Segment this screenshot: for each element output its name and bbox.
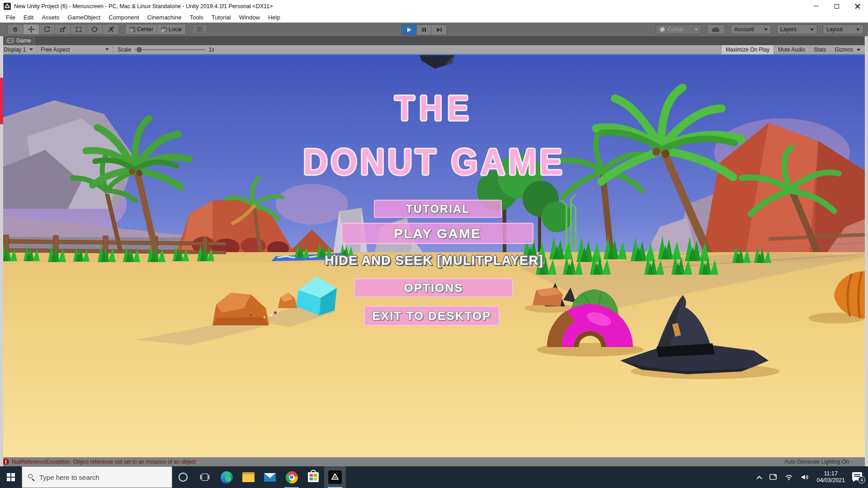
layout-dropdown[interactable]: Layout [823, 24, 863, 34]
taskbar-store-app[interactable] [302, 466, 324, 488]
layers-dropdown[interactable]: Layers [777, 24, 817, 34]
status-bar[interactable]: NullReferenceException: Object reference… [0, 457, 868, 466]
menu-component[interactable]: Component [104, 14, 143, 21]
display-caret-icon [29, 48, 33, 51]
hand-tool-button[interactable] [8, 24, 24, 34]
move-icon [28, 26, 35, 33]
tray-chevron-button[interactable] [755, 468, 764, 486]
task-view-icon [200, 474, 209, 481]
tab-game[interactable]: Game [4, 36, 36, 45]
collab-dropdown[interactable]: Collab [656, 24, 702, 34]
display-dropdown[interactable]: Display 1 [0, 45, 37, 54]
mute-audio-label: Mute Audio [778, 47, 805, 53]
pause-button[interactable] [417, 25, 432, 35]
cortana-icon [179, 473, 188, 482]
scale-slider-handle[interactable] [137, 47, 142, 52]
menu-help[interactable]: Help [264, 14, 284, 21]
step-icon [436, 27, 442, 33]
tutorial-button[interactable]: TUTORIAL [374, 200, 502, 218]
stats-button[interactable]: Stats [809, 45, 830, 54]
windows-taskbar: 11:17 04/03/2021 4 [0, 466, 868, 488]
main-toolbar: Center Local Coll [0, 23, 868, 36]
maximize-button[interactable] [826, 0, 847, 12]
cloud-services-button[interactable] [707, 24, 725, 34]
notification-center-button[interactable]: 4 [850, 468, 866, 486]
tray-network-button[interactable] [783, 468, 795, 486]
aspect-label: Free Aspect [41, 47, 70, 53]
cortana-button[interactable] [172, 466, 194, 488]
game-title-line1: THE [0, 88, 868, 128]
tray-volume-button[interactable] [798, 468, 811, 486]
grid-snap-button[interactable] [192, 24, 208, 34]
options-button[interactable]: OPTIONS [354, 278, 513, 297]
menu-tutorial[interactable]: Tutorial [208, 14, 235, 21]
hide-and-seek-button[interactable]: HIDE AND SEEK [MULITPLAYER] [289, 251, 579, 269]
scale-tool-button[interactable] [55, 24, 71, 34]
menu-window[interactable]: Window [235, 14, 264, 21]
collab-check-icon [659, 26, 665, 33]
close-icon [855, 4, 860, 9]
transform-icon [91, 26, 98, 33]
taskbar-unity-app[interactable] [324, 466, 346, 488]
scale-slider[interactable] [135, 49, 205, 50]
play-icon [406, 27, 412, 33]
menubar: File Edit Assets GameObject Component Ci… [0, 12, 868, 23]
play-game-button[interactable]: PLAY GAME [341, 223, 533, 244]
task-view-button[interactable] [194, 466, 216, 488]
pivot-center-button[interactable]: Center [126, 24, 157, 34]
custom-tool-button[interactable] [103, 24, 118, 34]
layout-caret-icon [856, 28, 860, 31]
menu-assets[interactable]: Assets [38, 14, 63, 21]
window-titlebar: New Unity Project (6) - Menuscreen - PC,… [0, 0, 868, 12]
search-icon [28, 474, 35, 481]
move-tool-button[interactable] [24, 24, 39, 34]
rotate-icon [43, 26, 51, 33]
taskbar-mail-app[interactable] [259, 466, 281, 488]
space-local-label: Local [169, 26, 182, 33]
rotate-tool-button[interactable] [39, 24, 55, 34]
minimize-button[interactable] [806, 0, 826, 12]
menu-edit[interactable]: Edit [19, 14, 38, 21]
scale-label: Scale [118, 47, 131, 53]
rect-tool-button[interactable] [71, 24, 87, 34]
scale-control: Scale 1x [113, 47, 219, 53]
menu-gameobject[interactable]: GameObject [63, 14, 104, 21]
account-dropdown[interactable]: Account [731, 24, 771, 34]
tray-device-button[interactable] [767, 468, 779, 486]
windows-logo-icon [7, 473, 15, 481]
menu-file[interactable]: File [2, 14, 19, 21]
taskbar-edge-app[interactable] [216, 466, 237, 488]
game-menu-overlay: THE DONUT GAME TUTORIAL PLAY GAME HIDE A… [0, 55, 868, 457]
taskbar-clock[interactable]: 11:17 04/03/2021 [815, 470, 847, 484]
taskbar-search[interactable] [22, 466, 172, 488]
layers-label: Layers [780, 26, 797, 33]
menu-tools[interactable]: Tools [185, 14, 207, 21]
cloud-icon [712, 27, 721, 33]
transform-tool-button[interactable] [87, 24, 103, 34]
start-button[interactable] [0, 466, 22, 488]
play-button[interactable] [402, 25, 417, 35]
edge-red-marker [0, 78, 3, 124]
lighting-status: Auto Generate Lighting On [784, 459, 849, 465]
maximize-icon [835, 4, 839, 9]
pivot-center-label: Center [137, 26, 153, 33]
display-label: Display 1 [4, 47, 26, 53]
close-button[interactable] [847, 0, 868, 12]
aspect-dropdown[interactable]: Free Aspect [37, 45, 113, 54]
search-input[interactable] [39, 474, 152, 481]
space-local-button[interactable]: Local [157, 24, 185, 34]
step-button[interactable] [432, 25, 447, 35]
taskbar-chrome-app[interactable] [281, 466, 302, 488]
account-label: Account [734, 26, 754, 33]
wifi-icon [785, 474, 793, 481]
exit-to-desktop-button[interactable]: EXIT TO DESKTOP [364, 306, 500, 326]
taskbar-explorer-app[interactable] [237, 466, 259, 488]
edge-browser-icon [221, 471, 233, 483]
menu-cinemachine[interactable]: Cinemachine [143, 14, 186, 21]
maximize-on-play-button[interactable]: Maximize On Play [721, 45, 774, 54]
error-icon [3, 459, 9, 465]
collab-label: Collab [668, 26, 683, 33]
system-tray: 11:17 04/03/2021 4 [755, 466, 866, 488]
gizmos-dropdown[interactable]: Gizmos [830, 45, 864, 54]
mute-audio-button[interactable]: Mute Audio [774, 45, 809, 54]
